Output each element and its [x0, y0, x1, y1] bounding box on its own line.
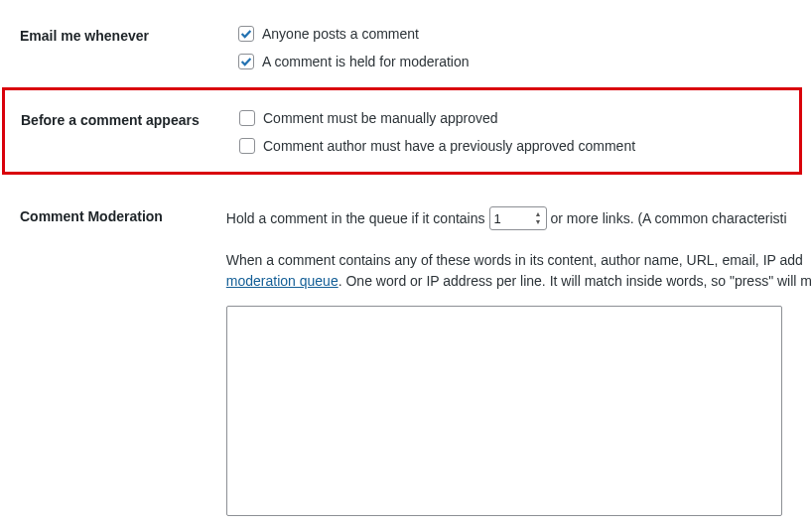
- link-count-value: 1: [494, 211, 535, 226]
- hold-text-before: Hold a comment in the queue if it contai…: [226, 208, 485, 229]
- hold-comment-line: Hold a comment in the queue if it contai…: [226, 206, 812, 230]
- paragraph-line2: . One word or IP address per line. It wi…: [338, 273, 812, 289]
- spinner-up-icon[interactable]: ▲: [535, 210, 542, 218]
- checkbox-held-moderation[interactable]: [238, 54, 254, 69]
- comment-moderation-section: Comment Moderation Hold a comment in the…: [0, 181, 812, 519]
- before-comment-highlight: Before a comment appears Comment must be…: [2, 87, 802, 175]
- moderation-queue-link[interactable]: moderation queue: [226, 273, 338, 289]
- email-me-section: Email me whenever Anyone posts a comment…: [0, 0, 812, 81]
- option-anyone-posts: Anyone posts a comment: [238, 26, 812, 42]
- paragraph-line1: When a comment contains any of these wor…: [226, 252, 803, 268]
- option-held-moderation: A comment is held for moderation: [238, 54, 812, 69]
- before-comment-options: Comment must be manually approved Commen…: [239, 104, 799, 158]
- check-icon: [239, 27, 253, 41]
- moderation-keywords-textarea[interactable]: [226, 306, 782, 516]
- email-me-label: Email me whenever: [20, 20, 238, 44]
- hold-text-after: or more links. (A common characteristi: [551, 208, 787, 229]
- option-manually-approved: Comment must be manually approved: [239, 110, 799, 126]
- label-previously-approved[interactable]: Comment author must have a previously ap…: [263, 138, 635, 154]
- checkbox-anyone-posts[interactable]: [238, 26, 254, 42]
- check-icon: [239, 55, 253, 68]
- email-me-options: Anyone posts a comment A comment is held…: [238, 20, 812, 81]
- label-anyone-posts[interactable]: Anyone posts a comment: [262, 26, 419, 42]
- checkbox-manually-approved[interactable]: [239, 110, 255, 126]
- label-manually-approved[interactable]: Comment must be manually approved: [263, 110, 498, 126]
- option-previously-approved: Comment author must have a previously ap…: [239, 138, 799, 154]
- before-comment-section: Before a comment appears Comment must be…: [21, 104, 799, 158]
- spinner-down-icon[interactable]: ▼: [535, 218, 542, 226]
- comment-moderation-label: Comment Moderation: [20, 200, 226, 224]
- moderation-description: When a comment contains any of these wor…: [226, 250, 812, 292]
- spinner-controls: ▲ ▼: [535, 210, 542, 226]
- checkbox-previously-approved[interactable]: [239, 138, 255, 154]
- link-count-input[interactable]: 1 ▲ ▼: [489, 206, 547, 230]
- before-comment-label: Before a comment appears: [21, 104, 239, 128]
- label-held-moderation[interactable]: A comment is held for moderation: [262, 54, 470, 69]
- comment-moderation-content: Hold a comment in the queue if it contai…: [226, 200, 812, 519]
